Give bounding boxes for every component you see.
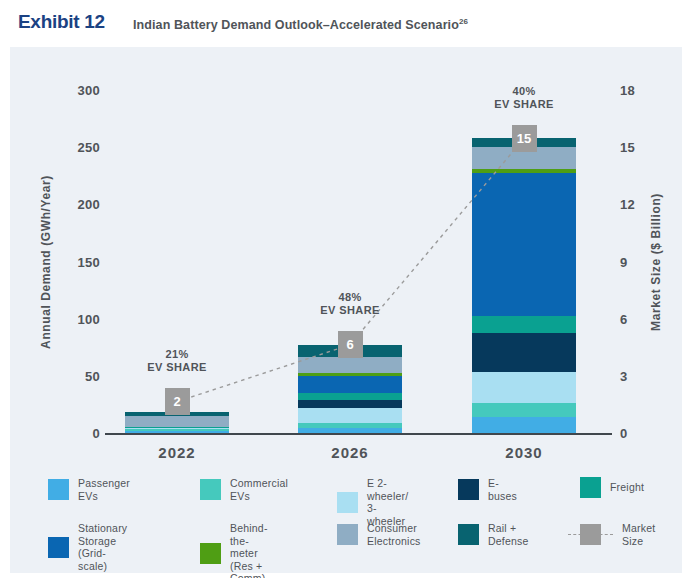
legend-color-swatch [48,479,69,500]
legend-item-e-buses: E-buses [458,477,517,502]
bar-segment-commercial-evs-2030 [472,403,576,417]
legend-label: Market Size [622,522,655,547]
bar-segment-behind-the-meter-res-comm--2030 [472,169,576,174]
bar-segment-passenger-evs-2030 [472,417,576,434]
left-axis-tick-0: 0 [40,426,100,441]
legend-item-freight: Freight [580,477,644,498]
bar-segment-freight-2026 [298,393,402,400]
legend-color-swatch [458,479,479,500]
ev-share-caption: EV SHARE [117,361,237,374]
ev-share-label-2022: 21%EV SHARE [117,348,237,374]
legend-item-e-2-wheeler-3-wheeler: E 2-wheeler/ 3-wheeler [337,477,408,527]
legend-label: Commercial EVs [230,477,288,502]
legend-item-passenger-evs: Passenger EVs [48,477,130,502]
legend-color-swatch [337,524,358,545]
legend-label: Rail + Defense [488,522,529,547]
right-axis-tick-15: 15 [620,140,680,155]
legend-color-swatch [337,492,358,513]
legend-color-swatch [200,479,221,500]
bar-segment-e-2-wheeler-3-wheeler-2030 [472,372,576,403]
bar-segment-stationary-storage-grid-scale--2030 [472,173,576,316]
bar-segment-e-buses-2026 [298,400,402,409]
bar-segment-e-2-wheeler-3-wheeler-2026 [298,408,402,423]
legend-item-market-size: Market Size [568,522,655,547]
right-axis-tick-3: 3 [620,369,680,384]
legend-item-stationary-storage-grid-scale-: Stationary Storage (Grid-scale) [48,522,127,572]
ev-share-label-2030: 40%EV SHARE [464,85,584,111]
ev-share-percent: 21% [117,348,237,361]
bar-segment-e-2-wheeler-3-wheeler-2022 [125,427,229,429]
legend-label: Consumer Electronics [367,522,421,547]
legend-color-swatch [458,524,479,545]
legend-label: Freight [610,481,644,494]
bar-segment-freight-2022 [125,427,229,428]
legend-color-swatch [200,543,221,564]
legend-label: Behind-the-meter (Res + Comm) [230,522,268,578]
legend-label: Passenger EVs [78,477,130,502]
ev-share-percent: 48% [290,291,410,304]
x-axis-label-2026: 2026 [290,444,410,461]
bar-segment-behind-the-meter-res-comm--2026 [298,373,402,376]
legend-color-swatch [48,537,69,558]
market-size-marker-2026: 6 [338,331,363,358]
ev-share-caption: EV SHARE [290,304,410,317]
legend-color-swatch [580,477,601,498]
left-axis-tick-250: 250 [40,140,100,155]
x-axis-label-2030: 2030 [464,444,584,461]
market-size-marker-2030: 15 [512,125,537,152]
bar-segment-commercial-evs-2026 [298,423,402,428]
bar-segment-stationary-storage-grid-scale--2026 [298,376,402,393]
ev-share-label-2026: 48%EV SHARE [290,291,410,317]
bar-segment-e-buses-2030 [472,333,576,372]
right-axis-tick-18: 18 [620,83,680,98]
legend-label: Stationary Storage (Grid-scale) [78,522,127,572]
right-axis-title: Market Size ($ Billion) [649,193,663,331]
bar-segment-consumer-electronics-2022 [125,416,229,426]
legend-marker-swatch [580,524,601,545]
x-axis-label-2022: 2022 [117,444,237,461]
legend-item-rail-defense: Rail + Defense [458,522,529,547]
legend-label: E 2-wheeler/ 3-wheeler [367,477,408,527]
bar-segment-consumer-electronics-2026 [298,357,402,374]
bar-segment-freight-2030 [472,316,576,333]
ev-share-percent: 40% [464,85,584,98]
legend-item-consumer-electronics: Consumer Electronics [337,522,421,547]
legend-item-behind-the-meter-res-comm-: Behind-the-meter (Res + Comm) [200,522,268,578]
bar-segment-commercial-evs-2022 [125,429,229,431]
legend-item-commercial-evs: Commercial EVs [200,477,288,502]
ev-share-caption: EV SHARE [464,98,584,111]
left-axis-tick-300: 300 [40,83,100,98]
legend-market-size-symbol [568,524,613,545]
left-axis-tick-50: 50 [40,369,100,384]
legend-label: E-buses [488,477,517,502]
x-axis-line [105,433,612,435]
market-size-marker-2022: 2 [165,388,190,415]
left-axis-title: Annual Demand (GWh/Year) [39,175,53,349]
right-axis-tick-0: 0 [620,426,680,441]
